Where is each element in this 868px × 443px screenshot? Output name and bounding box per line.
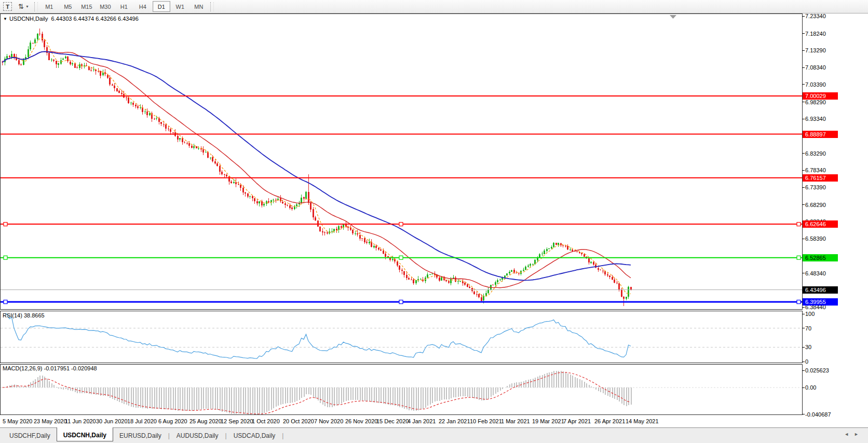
price-tick-label: 7.23340 [805, 13, 826, 19]
date-tick-label: 25 Aug 2020 [189, 418, 222, 424]
price-tick-label: 6.83290 [805, 150, 826, 157]
date-tick-label: 18 Jul 2020 [127, 418, 157, 424]
chart-shift-marker[interactable] [670, 15, 676, 19]
axis-ticks [802, 16, 805, 414]
tab-scroll-right-icon[interactable]: ► [854, 432, 864, 437]
price-tick-label: 6.58390 [805, 236, 826, 242]
level-price-badge: 6.52865 [803, 254, 838, 261]
date-tick-label: 5 May 2020 [3, 418, 32, 424]
horizontal-level-lines[interactable] [1, 96, 802, 304]
chart-tab-usdchf[interactable]: USDCHF,Daily [3, 430, 57, 441]
tab-scroll-left-icon[interactable]: ◄ [844, 432, 854, 437]
chart-canvas[interactable] [0, 0, 868, 443]
level-price-badge: 6.39955 [803, 298, 838, 306]
macd-tick-label: -0.040687 [805, 411, 831, 418]
current-price-badge: 6.43496 [803, 286, 838, 294]
chart-tab-usdcnh[interactable]: USDCNH,Daily [57, 427, 113, 441]
rsi-tick-label: 0 [805, 358, 808, 365]
macd-plot [1, 371, 802, 414]
level-price-badge: 6.62646 [803, 220, 838, 228]
rsi-tick-label: 70 [805, 325, 811, 331]
candles [2, 29, 632, 306]
macd-tick-label: 0.00 [805, 384, 816, 391]
price-tick-label: 6.68290 [805, 202, 826, 208]
date-tick-label: 12 Sep 2020 [221, 418, 253, 424]
date-tick-label: 22 Jan 2021 [439, 418, 470, 424]
date-tick-label: 1 Mar 2021 [501, 418, 530, 424]
date-tick-label: 19 Mar 2021 [532, 418, 564, 424]
level-price-badge: 7.00029 [803, 92, 838, 100]
date-tick-label: 15 Dec 2020 [376, 418, 409, 424]
rsi-plot [1, 314, 802, 358]
rsi-indicator-label: RSI(14) 38.8665 [3, 312, 45, 319]
date-tick-label: 26 Nov 2020 [345, 418, 377, 424]
date-tick-label: 30 Jun 2020 [96, 418, 128, 424]
date-tick-label: 1 Oct 2020 [252, 418, 280, 424]
tab-separator: | [281, 432, 284, 439]
level-price-badge: 6.76157 [803, 174, 838, 182]
level-price-badge: 6.88897 [803, 131, 838, 138]
chart-tab-eurusd[interactable]: EURUSD,Daily [113, 430, 168, 441]
price-tick-label: 6.78340 [805, 167, 826, 173]
price-tick-label: 7.13290 [805, 47, 826, 53]
chart-tab-bar: USDCHF,DailyUSDCNH,DailyEURUSD,Daily|AUD… [0, 427, 868, 443]
chart-ohlc-values: 6.44303 6.44374 6.43266 6.43496 [51, 16, 139, 22]
price-tick-label: 7.03390 [805, 81, 826, 88]
chart-tab-audusd[interactable]: AUDUSD,Daily [170, 430, 225, 441]
price-tick-label: 6.98290 [805, 99, 826, 105]
price-tick-label: 6.73390 [805, 184, 826, 190]
chart-tab-usdcad[interactable]: USDCAD,Daily [227, 430, 282, 441]
date-tick-label: 7 Nov 2020 [314, 418, 343, 424]
date-tick-label: 4 Jan 2021 [408, 418, 436, 424]
chart-title: ▼USDCNH,Daily 6.44303 6.44374 6.43266 6.… [3, 16, 139, 22]
chart-symbol-label: USDCNH,Daily [9, 16, 48, 22]
price-tick-label: 6.93340 [805, 116, 826, 122]
date-tick-label: 11 Jun 2020 [65, 418, 96, 424]
date-tick-label: 14 May 2021 [626, 418, 659, 424]
rsi-tick-label: 30 [805, 344, 811, 350]
date-tick-label: 10 Feb 2021 [470, 418, 502, 424]
rsi-tick-label: 100 [805, 311, 815, 317]
date-tick-label: 20 Oct 2020 [283, 418, 314, 424]
price-tick-label: 7.08340 [805, 64, 826, 71]
date-tick-label: 7 Apr 2021 [563, 418, 591, 424]
tab-scrollers: ◄► [844, 432, 864, 437]
date-tick-label: 23 May 2020 [34, 418, 67, 424]
price-tick-label: 7.18240 [805, 31, 826, 37]
macd-indicator-label: MACD(12,26,9) -0.017951 -0.020948 [3, 365, 97, 371]
mt4-window: T ⇅ ▼ M1M5M15M30H1H4D1W1MN ▼USDCNH,Daily… [0, 0, 868, 443]
chart-dropdown-icon[interactable]: ▼ [3, 17, 7, 21]
price-tick-label: 6.48340 [805, 270, 826, 276]
date-tick-label: 26 Apr 2021 [594, 418, 625, 424]
date-tick-label: 6 Aug 2020 [158, 418, 187, 424]
macd-tick-label: 0.025623 [805, 367, 829, 373]
